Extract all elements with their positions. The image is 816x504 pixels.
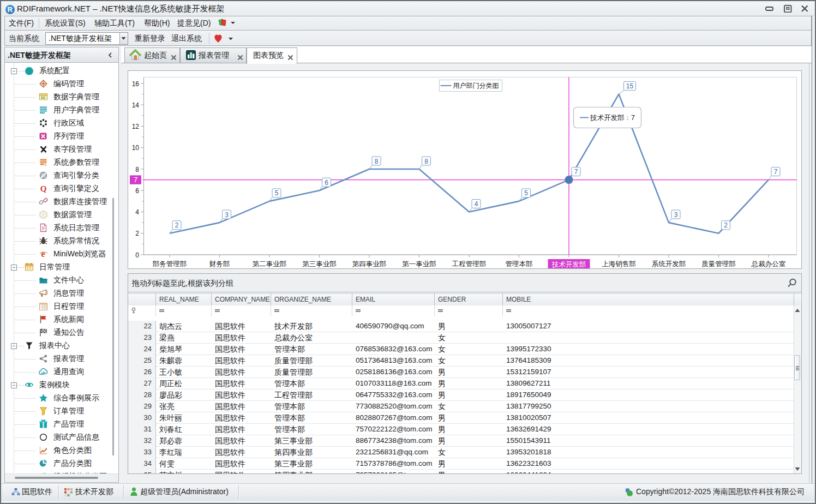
- svg-text:14: 14: [132, 101, 140, 109]
- svg-text:工程管理部: 工程管理部: [452, 260, 487, 268]
- svg-text:上海销售部: 上海销售部: [602, 260, 636, 268]
- svg-text:2: 2: [175, 221, 179, 229]
- svg-text:用户部门分类图: 用户部门分类图: [453, 82, 499, 89]
- svg-text:4: 4: [135, 208, 139, 216]
- svg-text:管理本部: 管理本部: [506, 260, 533, 268]
- svg-text:12: 12: [132, 123, 140, 130]
- svg-text:总裁办公室: 总裁办公室: [751, 260, 786, 268]
- svg-text:3: 3: [674, 211, 678, 219]
- svg-text:16: 16: [132, 80, 140, 88]
- svg-text:7: 7: [774, 168, 778, 176]
- svg-text:5: 5: [275, 189, 279, 197]
- svg-text:系统开发部: 系统开发部: [652, 260, 686, 268]
- svg-text:e: e: [41, 249, 45, 259]
- svg-text:第二事业部: 第二事业部: [253, 260, 287, 268]
- svg-text:8: 8: [424, 158, 428, 165]
- svg-text:第四事业部: 第四事业部: [352, 260, 387, 268]
- svg-text:8: 8: [375, 158, 379, 165]
- svg-text:7: 7: [574, 168, 578, 176]
- svg-text:Q: Q: [40, 184, 47, 193]
- svg-text:5: 5: [524, 189, 528, 197]
- svg-text:部务管理部: 部务管理部: [152, 260, 187, 268]
- svg-text:第三事业部: 第三事业部: [302, 260, 337, 268]
- svg-text:15: 15: [626, 82, 634, 90]
- svg-text:3: 3: [225, 211, 229, 219]
- svg-text:财务部: 财务部: [209, 260, 230, 268]
- svg-text:技术开发部：7: 技术开发部：7: [590, 114, 635, 122]
- svg-text:2: 2: [135, 230, 139, 237]
- svg-text:0: 0: [135, 251, 139, 259]
- svg-text:8: 8: [135, 166, 139, 173]
- svg-text:6: 6: [325, 179, 328, 187]
- svg-text:第一事业部: 第一事业部: [402, 260, 436, 268]
- svg-text:质量管理部: 质量管理部: [701, 260, 736, 268]
- svg-text:4: 4: [475, 200, 478, 208]
- svg-text:7: 7: [134, 176, 137, 184]
- svg-text:技术开发部: 技术开发部: [551, 261, 586, 268]
- svg-text:6: 6: [135, 187, 139, 195]
- svg-text:2: 2: [724, 221, 728, 229]
- svg-text:10: 10: [132, 144, 140, 152]
